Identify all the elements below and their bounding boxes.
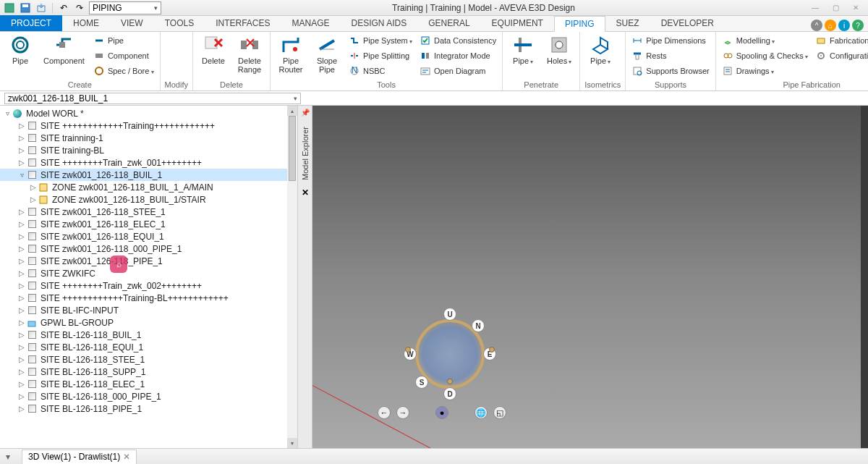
model-tree[interactable]: ▿Model WORL *▷SITE ++++++++++++Training+… — [0, 106, 297, 448]
expander-icon[interactable]: ▷ — [17, 159, 26, 166]
supports-browser-button[interactable]: Supports Browser — [630, 64, 710, 78]
collapse-ribbon-icon[interactable]: ^ — [811, 20, 822, 31]
home-icon[interactable]: ⌂ — [825, 20, 836, 31]
configuration-button[interactable]: Configuration — [814, 48, 868, 63]
expander-icon[interactable]: ▷ — [29, 195, 38, 203]
discipline-combo[interactable]: PIPING — [89, 1, 161, 14]
tree-node[interactable]: ▷SITE BL-126-118_BUIL_1 — [0, 329, 297, 341]
expander-icon[interactable]: ▷ — [17, 282, 26, 290]
tab-piping[interactable]: PIPING — [554, 16, 605, 32]
model-explorer-tab-label[interactable]: Model Explorer — [301, 127, 310, 180]
tree-node[interactable]: ▷SITE ZWKIFC — [0, 267, 297, 279]
expander-icon[interactable]: ▷ — [17, 343, 26, 351]
save-icon[interactable] — [19, 1, 32, 14]
expander-icon[interactable]: ▷ — [17, 306, 26, 314]
tab-manage[interactable]: MANAGE — [281, 15, 341, 31]
tree-node[interactable]: ▷SITE ++++++++++++Training++++++++++++ — [0, 119, 297, 132]
tree-node[interactable]: ▷SITE zwk001_126-118_EQUI_1 — [0, 230, 297, 242]
tree-node[interactable]: ▷ZONE zwk001_126-118_BUIL_1_A/MAIN — [0, 181, 297, 193]
open-diagram-button[interactable]: Open Diagram — [418, 64, 498, 78]
delete-range-button[interactable]: Delete Range — [234, 33, 265, 75]
expander-icon[interactable]: ▷ — [17, 122, 26, 130]
pipe-button[interactable]: Pipe — [4, 33, 36, 67]
pipe-router-button[interactable]: Pipe Router — [275, 33, 307, 75]
close-panel-icon[interactable]: ✕ — [302, 187, 309, 198]
tab-project[interactable]: PROJECT — [0, 15, 62, 31]
tree-scrollbar[interactable]: ▴ ▾ — [287, 106, 297, 448]
expander-icon[interactable]: ▷ — [17, 294, 26, 302]
scroll-up-button[interactable]: ▴ — [287, 106, 297, 116]
view-cube-button[interactable]: ◱ — [493, 406, 506, 419]
scroll-thumb[interactable] — [289, 116, 296, 181]
tree-node[interactable]: ▷SITE ++++++++Train_zwk_002++++++++ — [0, 279, 297, 292]
viewport-scrollbar[interactable] — [861, 106, 868, 448]
drawings-button[interactable]: Drawings — [720, 64, 809, 78]
expander-icon[interactable]: ▷ — [17, 380, 26, 388]
tree-node[interactable]: ▷SITE zwk001_126-118_STEE_1 — [0, 206, 297, 218]
current-element-combo[interactable]: zwk001_126-118_BUIL_1 — [4, 93, 301, 104]
create-component-small-button[interactable]: Component — [92, 48, 156, 63]
scroll-track[interactable] — [287, 116, 297, 438]
tree-node[interactable]: ▷SITE ++++++++Train_zwk_001++++++++ — [0, 156, 297, 169]
tree-node[interactable]: ▷GPWL BL-GROUP — [0, 316, 297, 329]
spec-bore-button[interactable]: Spec / Bore — [92, 64, 156, 78]
tab-general[interactable]: GENERAL — [417, 15, 480, 31]
scroll-down-button[interactable]: ▾ — [287, 438, 297, 448]
slope-pipe-button[interactable]: Slope Pipe — [311, 33, 343, 75]
expander-icon[interactable]: ▷ — [17, 355, 26, 363]
delete-button[interactable]: Delete — [197, 33, 229, 67]
compass-up[interactable]: U — [443, 308, 456, 321]
3d-viewport[interactable]: U D N S E W ← → ● 🌐 ◱ — [312, 106, 868, 448]
rests-button[interactable]: Rests — [630, 48, 710, 63]
tree-node[interactable]: ▷SITE trainning-1 — [0, 132, 297, 144]
info-icon[interactable]: i — [838, 20, 850, 31]
view-tab-close-icon[interactable]: ✕ — [123, 452, 130, 462]
view-home-button[interactable]: ● — [435, 406, 448, 419]
view-prev-button[interactable]: ← — [378, 406, 391, 419]
expander-icon[interactable]: ▷ — [17, 245, 26, 253]
holes-button[interactable]: Holes — [543, 33, 575, 67]
expander-icon[interactable]: ▷ — [17, 220, 26, 228]
expander-icon[interactable]: ▷ — [17, 368, 26, 376]
view-globe-button[interactable]: 🌐 — [475, 406, 488, 419]
search-badge-icon[interactable]: ⌕ — [110, 256, 127, 273]
create-pipe-small-button[interactable]: Pipe — [92, 33, 156, 48]
pipe-system-button[interactable]: Pipe System — [347, 33, 414, 48]
expander-icon[interactable]: ▷ — [17, 146, 26, 154]
compass-south[interactable]: S — [415, 376, 428, 389]
compass-knob-s[interactable] — [447, 379, 453, 384]
compass-down[interactable]: D — [443, 387, 456, 400]
undo-icon[interactable]: ↶ — [57, 1, 70, 14]
compass-knob-w[interactable] — [405, 347, 411, 353]
pipe-dimensions-button[interactable]: Pipe Dimensions — [630, 33, 710, 48]
component-button[interactable]: Component — [41, 33, 88, 67]
expander-icon[interactable]: ▷ — [17, 405, 26, 413]
expander-icon[interactable]: ▷ — [17, 134, 26, 142]
tree-node[interactable]: ▷SITE BL-126-118_PIPE_1 — [0, 402, 297, 415]
help-icon[interactable]: ? — [852, 20, 864, 31]
penetrate-pipe-button[interactable]: Pipe — [507, 33, 539, 67]
tree-node[interactable]: ▷SITE zwk001_126-118_PIPE_1 — [0, 255, 297, 267]
tree-root[interactable]: ▿Model WORL * — [0, 107, 297, 119]
pipe-splitting-button[interactable]: Pipe Splitting — [347, 48, 414, 63]
nsbc-button[interactable]: NNSBC — [347, 64, 414, 78]
maximize-button[interactable]: ▢ — [826, 1, 845, 14]
spooling-checks-button[interactable]: Spooling & Checks — [720, 48, 809, 63]
tab-home[interactable]: HOME — [62, 15, 110, 31]
close-button[interactable]: ✕ — [846, 1, 865, 14]
tab-developer[interactable]: DEVELOPER — [650, 15, 725, 31]
pin-icon[interactable]: 📌 — [301, 109, 310, 117]
expander-icon[interactable]: ▷ — [29, 183, 38, 191]
compass-knob-e[interactable] — [489, 347, 495, 353]
tab-equipment[interactable]: EQUIPMENT — [481, 15, 554, 31]
getwork-icon[interactable] — [35, 1, 48, 14]
compass-north[interactable]: N — [472, 319, 485, 332]
tree-node[interactable]: ▷SITE BL-IFC-INPUT — [0, 304, 297, 316]
iso-pipe-button[interactable]: Pipe — [584, 33, 616, 67]
tab-suez[interactable]: SUEZ — [605, 15, 650, 31]
expander-icon[interactable]: ▷ — [17, 208, 26, 216]
data-consistency-button[interactable]: Data Consistency — [418, 33, 498, 48]
tree-node[interactable]: ▷SITE ++++++++++++Training-BL+++++++++++… — [0, 292, 297, 304]
tab-design-aids[interactable]: DESIGN AIDS — [341, 15, 418, 31]
view-next-button[interactable]: → — [396, 406, 409, 419]
